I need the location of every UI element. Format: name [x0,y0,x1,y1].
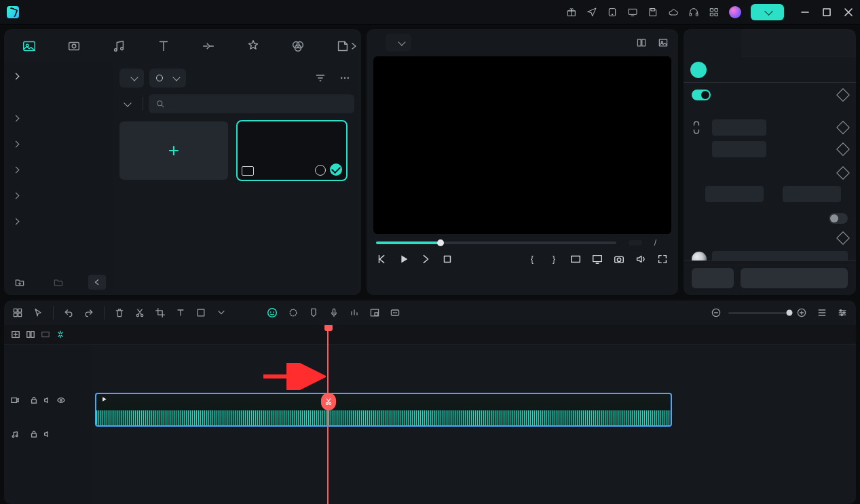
tab-audio[interactable] [98,35,140,63]
user-avatar[interactable] [729,6,741,18]
snap-icon[interactable] [56,330,65,339]
inspector-tab-audio[interactable] [741,29,799,58]
mark-in-icon[interactable]: { [526,253,538,265]
video-clip[interactable] [95,393,672,427]
keyframe-icon[interactable] [836,231,850,245]
magnet-icon[interactable] [12,307,23,318]
player-viewport[interactable] [373,56,671,234]
media-clip-tile[interactable] [238,121,346,184]
display-icon[interactable] [627,7,638,18]
apps-icon[interactable] [709,7,719,18]
headset-icon[interactable] [688,7,699,18]
volume-icon[interactable] [635,253,647,265]
tab-titles[interactable] [143,35,185,63]
auto-ripple-icon[interactable] [41,330,50,339]
mute-icon[interactable] [43,396,52,404]
time-ruler[interactable] [92,325,856,345]
scrub-knob-icon[interactable] [437,239,444,246]
tab-media[interactable] [8,35,50,63]
send-icon[interactable] [586,7,597,18]
cursor-icon[interactable] [33,307,43,318]
frame-icon[interactable] [195,307,206,318]
sidebar-folder[interactable] [4,89,113,105]
audio-mix-icon[interactable] [349,307,360,318]
fullscreen-icon[interactable] [656,253,669,265]
link-tracks-icon[interactable] [26,330,35,339]
transform-toggle[interactable] [692,90,711,100]
settings-icon[interactable] [837,307,848,318]
more-icon[interactable] [335,69,354,88]
inspector-tab-color[interactable] [798,29,856,58]
eye-icon[interactable] [57,396,65,404]
pos-y-input[interactable] [783,186,841,202]
zoom-out-icon[interactable] [711,307,722,318]
device-icon[interactable] [607,7,618,18]
cloud-icon[interactable] [668,7,679,18]
collapse-sidebar-icon[interactable] [88,275,106,290]
image-icon[interactable] [658,37,669,48]
sidebar-adjustment-layer[interactable] [4,182,113,208]
audio-track-header[interactable] [4,427,92,457]
scale-y-input[interactable] [712,141,766,157]
new-folder-icon[interactable] [11,275,29,290]
sidebar-cloud-media[interactable] [4,131,113,157]
timeline-tracks-area[interactable] [92,325,856,504]
sort-dropdown[interactable] [119,94,137,113]
layout-grid-icon[interactable] [636,37,647,48]
add-track-icon[interactable] [11,330,20,339]
monitor-icon[interactable] [591,253,603,265]
subtab-mask[interactable] [709,62,726,78]
stop-button[interactable] [441,253,453,265]
scale-x-input[interactable] [712,119,766,136]
track-list-icon[interactable] [817,307,827,318]
tab-filters[interactable] [277,35,319,63]
aspect-dropdown[interactable] [569,253,582,265]
caption-icon[interactable] [390,307,400,318]
sidebar-project-media[interactable] [4,63,113,89]
sidebar-global-media[interactable] [4,105,113,131]
text-icon[interactable] [175,307,186,318]
video-track-header[interactable] [4,393,92,427]
export-button[interactable] [751,4,784,20]
minimize-button[interactable] [800,7,810,17]
keyframe-icon[interactable] [836,166,850,180]
keyframe-icon[interactable] [836,142,850,156]
save-icon[interactable] [648,7,658,18]
tab-effects[interactable] [232,35,274,63]
subtab-basic[interactable] [690,62,707,78]
link-icon[interactable] [692,121,701,134]
keyframe-icon[interactable] [836,88,850,102]
sidebar-influence-kit[interactable] [4,157,113,182]
split-handle-icon[interactable] [321,393,336,410]
lock-icon[interactable] [30,430,38,438]
close-button[interactable] [844,7,853,17]
play-button[interactable] [398,253,410,265]
maximize-button[interactable] [822,7,831,17]
split-icon[interactable] [134,307,145,318]
delete-icon[interactable] [114,307,125,318]
import-dropdown[interactable] [119,69,144,88]
inspector-tab-video[interactable] [684,29,741,58]
tab-stock-media[interactable] [53,35,95,63]
redo-icon[interactable] [83,307,94,318]
mark-out-icon[interactable]: } [548,253,560,265]
new-bin-icon[interactable] [50,275,67,290]
scrub-bar[interactable] [376,241,616,244]
rotate-knob[interactable] [692,252,707,260]
gift-icon[interactable] [566,7,577,18]
undo-icon[interactable] [63,307,74,318]
quality-dropdown[interactable] [386,34,411,52]
tabs-scroll-right-icon[interactable] [349,41,358,51]
marker-icon[interactable] [308,307,319,318]
zoom-in-icon[interactable] [796,307,807,318]
pos-x-input[interactable] [705,186,764,202]
keyframe-icon[interactable] [836,121,850,134]
pip-icon[interactable] [369,307,380,318]
playhead[interactable] [327,325,329,504]
crop-icon[interactable] [155,307,166,318]
sidebar-compound-clip[interactable] [4,208,113,234]
search-input[interactable] [149,94,354,113]
tab-transitions[interactable] [187,35,229,63]
snapshot-icon[interactable] [613,253,625,265]
playhead-cap-icon[interactable] [324,325,333,331]
